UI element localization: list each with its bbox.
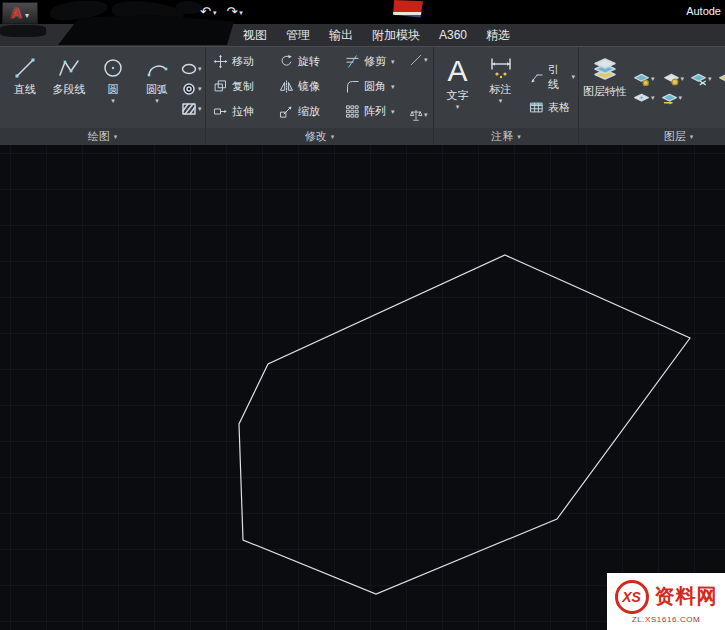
undo-icon: ↶ [200,4,211,20]
layer-off-icon [663,72,680,87]
tab-output[interactable]: 输出 [329,27,353,44]
smudge-artifact [58,15,234,45]
arc-icon [145,56,169,80]
modify-panel-body: 移动 旋转 修剪 [206,47,433,128]
tab-featured[interactable]: 精选 [486,27,510,44]
layer-tool-button[interactable] [690,72,712,87]
layer-lock-icon [718,72,725,87]
layer-tool-button[interactable] [718,72,725,87]
rotate-button[interactable]: 旋转 [275,54,341,69]
layer-freeze-icon [690,72,707,87]
layers-panel-body: 图层特性 [579,47,725,128]
copy-button[interactable]: 复制 [209,79,275,94]
stretch-button[interactable]: 拉伸 [209,104,275,119]
layer-tools-grid [633,49,725,128]
hatch-icon [181,102,197,116]
ellipse-button[interactable] [181,62,202,76]
app-menu-button[interactable]: A [2,2,38,24]
trim-icon [345,54,360,69]
erase-button[interactable] [409,53,428,67]
modify-panel-title[interactable]: 修改 [206,128,433,145]
fillet-icon [345,79,360,94]
annotation-panel-title[interactable]: 注释 [434,128,578,145]
layer-tool-button[interactable] [633,91,655,106]
annotation-panel-body: A 文字 标注 引线 [434,47,578,128]
button-label: 圆弧 [146,83,168,95]
mirror-button[interactable]: 镜像 [275,79,341,94]
layer-tool-button[interactable] [663,72,685,87]
table-button[interactable]: 表格 [525,100,575,115]
smudge-artifact [0,25,46,37]
button-label: 阵列 [364,104,386,119]
layer-tool-button[interactable] [661,91,683,106]
button-label: 拉伸 [232,104,254,119]
tab-addins[interactable]: 附加模块 [372,27,420,44]
measure-scale-icon [409,108,423,122]
dimension-button[interactable]: 标注 [480,49,521,128]
autocad-logo-icon: A [11,4,22,21]
polyline-button[interactable]: 多段线 [47,49,91,128]
layers-panel-title[interactable]: 图层 [579,128,725,145]
autocad-window: A ↶ ↷ Autode 视图 管理 输出 附加模块 A360 精选 [0,0,725,630]
array-icon [345,104,360,119]
line-button[interactable]: 直线 [3,49,47,128]
arc-button[interactable]: 圆弧 [135,49,179,128]
text-button[interactable]: A 文字 [437,49,478,128]
drawing-canvas[interactable]: XS 资料网 ZL.XS1616.COM [0,145,725,630]
button-label: 标注 [490,83,512,95]
rotate-icon [279,54,294,69]
watermark-logo-text: XS [622,589,641,605]
leader-button[interactable]: 引线 [525,62,575,92]
button-label: 圆角 [364,79,386,94]
button-label: 引线 [548,62,566,92]
watermark-logo-icon: XS [615,580,649,614]
hatch-button[interactable] [181,102,202,116]
modify-grid: 移动 旋转 修剪 [209,49,407,128]
button-label: 多段线 [53,83,86,95]
scale-button[interactable]: 缩放 [275,104,341,119]
move-button[interactable]: 移动 [209,54,275,69]
undo-button[interactable]: ↶ [200,3,216,21]
stretch-icon [213,104,228,119]
chevron-down-icon [25,4,29,22]
tab-view[interactable]: 视图 [243,27,267,44]
layer-properties-icon [592,56,618,82]
button-label: 缩放 [298,104,320,119]
quick-access-toolbar: ↶ ↷ [200,3,243,21]
ribbon: 直线 多段线 圆 圆弧 [0,46,725,145]
copy-icon [213,79,228,94]
draw-extra-tools [179,49,202,128]
donut-icon [181,82,197,96]
trim-button[interactable]: 修剪 [341,54,407,69]
annotation-column: 引线 表格 [523,49,575,128]
mirror-icon [279,79,294,94]
array-button[interactable]: 阵列 [341,104,407,119]
draw-panel-title[interactable]: 绘图 [0,128,205,145]
donut-button[interactable] [181,82,202,96]
ellipse-icon [181,62,197,76]
window-title: Autode [686,5,721,17]
line-icon [13,56,37,80]
ribbon-panel-draw: 直线 多段线 圆 圆弧 [0,47,206,145]
ribbon-panel-annotation: A 文字 标注 引线 [434,47,579,145]
measure-button[interactable] [409,108,428,122]
text-icon: A [448,56,468,86]
button-label: 移动 [232,54,254,69]
watermark-site-name: 资料网 [655,583,718,610]
tab-a360[interactable]: A360 [439,28,467,42]
circle-button[interactable]: 圆 [91,49,135,128]
redo-button[interactable]: ↷ [226,3,242,21]
tab-manage[interactable]: 管理 [286,27,310,44]
fillet-button[interactable]: 圆角 [341,79,407,94]
button-label: 图层特性 [582,85,628,97]
redo-icon: ↷ [226,4,237,20]
button-label: 直线 [14,83,36,95]
watermark-row: XS 资料网 [615,580,718,614]
layer-properties-button[interactable]: 图层特性 [582,49,628,128]
dimension-icon [488,56,514,80]
scale-icon [279,104,294,119]
layer-state-icon [633,72,650,87]
button-label: 表格 [548,100,570,115]
layer-tool-button[interactable] [633,72,657,87]
drawing-svg [0,145,725,630]
